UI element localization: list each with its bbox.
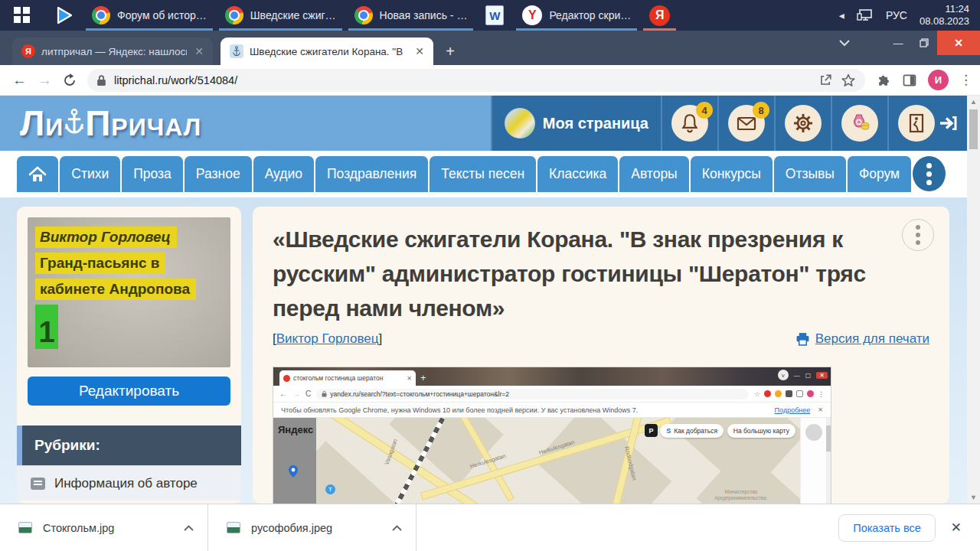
notifications-button[interactable]: 4 <box>661 96 717 151</box>
nav-item-audio[interactable]: Аудио <box>253 156 314 192</box>
download-item-stockholm[interactable]: Стокгольм.jpg <box>0 504 208 551</box>
nav-item-forum[interactable]: Форум <box>848 156 911 192</box>
hidden-icons-chevron[interactable]: ◂ <box>839 9 844 21</box>
site-header: Ли Причал Моя страница <box>0 96 967 151</box>
yandex-logo: Яндекс <box>278 424 313 435</box>
tab-litprichal-active[interactable]: Шведские сжигатели Корана. "В ✕ <box>220 37 433 65</box>
site-logo-zone[interactable]: Ли Причал <box>0 96 491 151</box>
screenshot-map: Vasagatan Herkulesgatan Herkulesgatan Rö… <box>316 418 800 504</box>
site-content: Ли Причал Моя страница <box>0 96 967 504</box>
chrome-icon <box>225 6 243 24</box>
page-content: Виктор Горловец Гранд-пасьянс в кабинете… <box>0 197 967 504</box>
language-indicator[interactable]: РУС <box>886 9 907 21</box>
profile-avatar[interactable]: И <box>928 70 949 90</box>
taskbar-yandex-app[interactable]: Я <box>640 0 679 31</box>
nav-more-kebab[interactable] <box>913 156 946 191</box>
map-poi-label: Министерство предпринимательства, энерге… <box>708 489 774 504</box>
chevron-up-icon[interactable] <box>392 525 402 531</box>
screenshot-tab-close-icon: ✕ <box>407 375 412 382</box>
restore-button[interactable] <box>911 31 937 55</box>
word-icon: W <box>485 5 504 25</box>
page-scrollbar[interactable]: ▲ ▼ <box>967 96 980 504</box>
messages-button[interactable]: 8 <box>717 96 774 151</box>
network-monitor-icon[interactable] <box>857 8 874 22</box>
wallet-button[interactable] <box>831 96 887 151</box>
tab-yandex-search[interactable]: Я литпричал — Яндекс: нашлось ✕ <box>12 37 213 65</box>
share-icon[interactable] <box>818 73 833 87</box>
site-header-actions: Моя страница 4 8 <box>491 96 967 151</box>
my-page-link[interactable]: Моя страница <box>491 96 661 151</box>
downloads-close-icon[interactable]: ✕ <box>951 520 962 536</box>
browser-menu-kebab-icon[interactable]: ⋮ <box>959 72 972 88</box>
tab-search-chevron-icon[interactable] <box>839 40 850 47</box>
article-menu-kebab[interactable] <box>902 219 934 251</box>
screenshot-address-bar: yandex.ru/search/?text=стокгольм+гостини… <box>316 389 749 399</box>
bookmark-star-icon[interactable] <box>841 73 856 88</box>
scrollbar-thumb[interactable] <box>969 109 978 149</box>
book-cover-image[interactable]: Виктор Горловец Гранд-пасьянс в кабинете… <box>28 217 230 367</box>
download-item-rusofobia[interactable]: русофобия.jpeg <box>208 504 416 551</box>
logout-button[interactable] <box>887 96 967 151</box>
download-filename: русофобия.jpeg <box>251 522 381 534</box>
address-bar[interactable]: litprichal.ru/work/514084/ <box>87 69 865 92</box>
extensions-puzzle-icon[interactable] <box>876 73 891 88</box>
chevron-up-icon[interactable] <box>184 525 194 531</box>
new-tab-button[interactable]: + <box>439 41 461 62</box>
nav-item-stihi[interactable]: Стихи <box>60 156 120 192</box>
taskbar-window-title: Новая запись - … <box>380 9 468 21</box>
nav-item-avtory[interactable]: Авторы <box>619 156 688 192</box>
scroll-up-arrow[interactable]: ▲ <box>970 96 977 108</box>
taskbar-chrome-window-2[interactable]: Шведские сжиг… <box>216 0 345 31</box>
reload-button[interactable] <box>63 73 77 87</box>
author-link[interactable]: Виктор Горловец <box>276 331 379 346</box>
taskbar-yandex-browser-window[interactable]: Y Редактор скри… <box>513 0 640 31</box>
close-window-button[interactable]: ✕ <box>937 31 980 55</box>
start-button[interactable] <box>0 0 44 31</box>
tab-close-icon[interactable]: ✕ <box>193 45 205 57</box>
print-link[interactable]: Версия для печати <box>815 331 929 347</box>
screen: Форум об истор… Шведские сжиг… Новая зап… <box>0 0 980 551</box>
nav-item-pozdravleniya[interactable]: Поздравления <box>315 156 428 192</box>
screenshot-update-notice: Чтобы обновлять Google Chrome, нужна Win… <box>273 403 831 418</box>
taskbar-play-app[interactable] <box>44 0 83 31</box>
logout-arrow-icon <box>939 116 958 130</box>
embedded-screenshot-image[interactable]: стокгольм гостиница шератон ✕ + v —▢✕ ←→… <box>273 367 831 504</box>
user-avatar <box>505 108 535 139</box>
print-version[interactable]: Версия для печати <box>795 331 929 347</box>
rubric-item-label: Информация об авторе <box>54 476 198 491</box>
exit-door-icon <box>898 105 935 142</box>
nav-item-proza[interactable]: Проза <box>122 156 183 192</box>
show-all-downloads-button[interactable]: Показать все <box>838 514 936 542</box>
byline: [Виктор Горловец] <box>273 331 382 347</box>
side-panel-icon[interactable] <box>902 73 917 88</box>
nav-item-konkursy[interactable]: Конкурсы <box>691 156 773 192</box>
taskbar-word-app[interactable]: W <box>476 0 513 31</box>
tab-close-icon[interactable]: ✕ <box>413 45 426 57</box>
edit-button[interactable]: Редактировать <box>28 377 230 406</box>
nav-item-otzyvy[interactable]: Отзывы <box>774 156 846 192</box>
nav-item-klassika[interactable]: Классика <box>537 156 618 192</box>
clock-date: 08.08.2023 <box>920 15 969 28</box>
route-icon: S <box>666 427 671 435</box>
rubric-item-author-info[interactable]: Информация об авторе <box>17 465 241 500</box>
clock-time: 11:24 <box>920 3 969 15</box>
cover-title-line: кабинете Андропова <box>35 279 196 300</box>
taskbar-chrome-window-1[interactable]: Форум об истор… <box>83 0 216 31</box>
screenshot-scrollbar <box>826 418 831 504</box>
scroll-down-arrow[interactable]: ▼ <box>970 491 977 504</box>
article-panel: «Шведские сжигатели Корана. "В знак през… <box>253 207 949 504</box>
screenshot-toolbar-icons: ☆ ⋮ <box>754 390 825 398</box>
lock-icon <box>96 74 106 86</box>
screenshot-toolbar: ←→C yandex.ru/search/?text=стокгольм+гос… <box>273 386 831 403</box>
forward-button[interactable]: → <box>38 72 52 89</box>
site-logo: Ли Причал <box>20 103 201 144</box>
taskbar-chrome-window-3[interactable]: Новая запись - … <box>345 0 477 31</box>
back-button[interactable]: ← <box>12 72 27 89</box>
site-viewport: ▲ ▼ Ли Причал <box>0 96 980 504</box>
clock[interactable]: 11:24 08.08.2023 <box>920 3 969 28</box>
minimize-button[interactable]: — <box>885 31 911 55</box>
nav-item-teksty-pesen[interactable]: Тексты песен <box>430 156 536 192</box>
settings-button[interactable] <box>774 96 831 151</box>
nav-item-raznoe[interactable]: Разное <box>185 156 252 192</box>
nav-home-button[interactable] <box>17 156 58 192</box>
